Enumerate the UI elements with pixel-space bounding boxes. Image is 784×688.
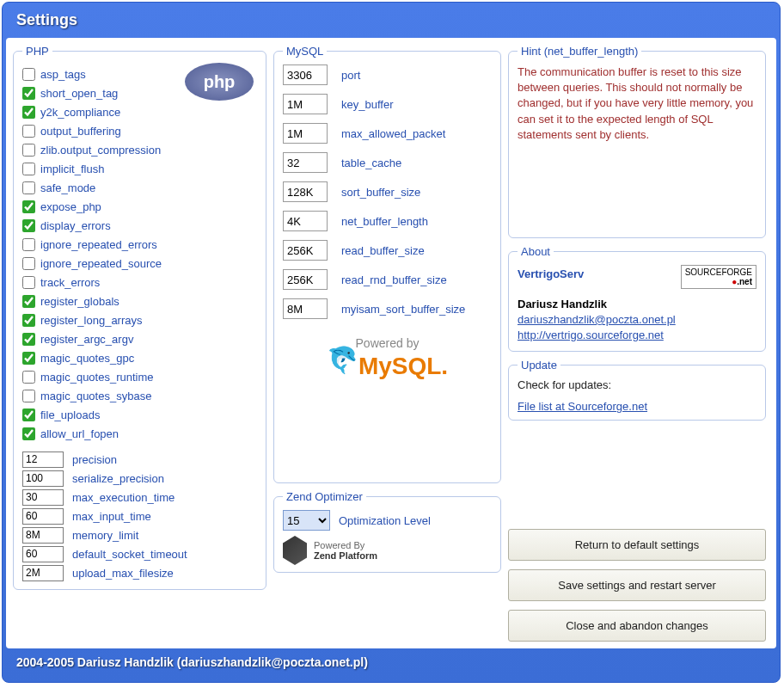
php-check-magic-quotes-sybase: magic_quotes_sybase bbox=[22, 386, 257, 405]
close-abandon-button[interactable]: Close and abandon changes bbox=[508, 610, 766, 642]
checkbox-ignore-repeated-errors[interactable] bbox=[22, 238, 35, 251]
label-table-cache: table_cache bbox=[341, 157, 401, 169]
checkbox-ignore-repeated-source[interactable] bbox=[22, 257, 35, 270]
checkbox-expose-php[interactable] bbox=[22, 200, 35, 213]
input-net-buffer-length[interactable] bbox=[283, 211, 328, 231]
php-check-ignore-repeated-source: ignore_repeated_source bbox=[22, 254, 257, 273]
label-port: port bbox=[341, 69, 360, 82]
save-restart-button[interactable]: Save settings and restart server bbox=[508, 569, 766, 601]
input-myisam-sort-buffer-size[interactable] bbox=[283, 298, 328, 319]
label-register-argc-argv: register_argc_argv bbox=[40, 333, 133, 346]
checkbox-register-globals[interactable] bbox=[22, 295, 35, 308]
zend-legend: Zend Optimizer bbox=[283, 490, 366, 503]
input-read-buffer-size[interactable] bbox=[283, 240, 328, 261]
checkbox-display-errors[interactable] bbox=[22, 219, 35, 232]
label-allow-url-fopen: allow_url_fopen bbox=[40, 427, 119, 440]
author-email-link[interactable]: dariuszhandzlik@poczta.onet.pl bbox=[518, 313, 676, 326]
php-check-register-long-arrays: register_long_arrays bbox=[22, 310, 257, 329]
label-magic-quotes-sybase: magic_quotes_sybase bbox=[40, 390, 151, 402]
label-upload-max-filesize: upload_max_filesize bbox=[72, 567, 174, 580]
about-legend: About bbox=[518, 245, 554, 258]
label-register-globals: register_globals bbox=[40, 295, 119, 308]
label-y2k-compliance: y2k_compliance bbox=[40, 106, 120, 119]
php-check-implicit-flush: implicit_flush bbox=[22, 159, 257, 178]
label-read-buffer-size: read_buffer_size bbox=[341, 244, 425, 257]
label-ignore-repeated-errors: ignore_repeated_errors bbox=[40, 238, 157, 251]
input-key-buffer[interactable] bbox=[283, 94, 328, 114]
php-text-precision: precision bbox=[22, 450, 257, 469]
project-url-link[interactable]: http://vertrigo.sourceforge.net bbox=[518, 329, 664, 341]
mysql-row-read-buffer-size: read_buffer_size bbox=[283, 240, 492, 261]
checkbox-y2k-compliance[interactable] bbox=[22, 106, 35, 119]
input-default-socket-timeout[interactable] bbox=[22, 546, 64, 562]
input-precision[interactable] bbox=[22, 452, 64, 468]
label-ignore-repeated-source: ignore_repeated_source bbox=[40, 257, 162, 270]
input-sort-buffer-size[interactable] bbox=[283, 181, 328, 202]
checkbox-magic-quotes-gpc[interactable] bbox=[22, 352, 35, 365]
label-display-errors: display_errors bbox=[40, 219, 111, 232]
label-precision: precision bbox=[72, 453, 117, 466]
checkbox-register-long-arrays[interactable] bbox=[22, 314, 35, 327]
php-text-max-input-time: max_input_time bbox=[22, 507, 257, 525]
mysql-logo-icon: Powered by 🐬MySQL. bbox=[283, 336, 492, 380]
php-check-output-buffering: output_buffering bbox=[22, 121, 257, 140]
checkbox-magic-quotes-sybase[interactable] bbox=[22, 390, 35, 402]
checkbox-short-open-tag[interactable] bbox=[22, 87, 35, 100]
optimization-level-label: Optimization Level bbox=[339, 514, 431, 527]
php-check-asp-tags: asp_tags bbox=[22, 64, 185, 83]
update-link[interactable]: File list at Sourceforge.net bbox=[518, 400, 647, 413]
checkbox-asp-tags[interactable] bbox=[22, 68, 35, 81]
input-memory-limit[interactable] bbox=[22, 527, 64, 544]
input-port[interactable] bbox=[283, 64, 328, 85]
label-expose-php: expose_php bbox=[40, 200, 101, 213]
input-table-cache[interactable] bbox=[283, 152, 328, 173]
label-short-open-tag: short_open_tag bbox=[40, 87, 118, 100]
php-check-track-errors: track_errors bbox=[22, 273, 257, 292]
input-max-allowed-packet[interactable] bbox=[283, 123, 328, 144]
checkbox-zlib-output-compression[interactable] bbox=[22, 144, 35, 157]
return-defaults-button[interactable]: Return to default settings bbox=[508, 529, 766, 561]
label-output-buffering: output_buffering bbox=[40, 125, 121, 138]
checkbox-magic-quotes-runtime[interactable] bbox=[22, 371, 35, 384]
input-max-input-time[interactable] bbox=[22, 508, 64, 525]
hint-legend: Hint (net_buffer_length) bbox=[518, 45, 641, 58]
php-text-max-execution-time: max_execution_time bbox=[22, 488, 257, 507]
mysql-row-key-buffer: key_buffer bbox=[283, 94, 492, 114]
mysql-row-port: port bbox=[283, 64, 492, 85]
checkbox-track-errors[interactable] bbox=[22, 276, 35, 289]
label-max-execution-time: max_execution_time bbox=[72, 491, 175, 504]
input-max-execution-time[interactable] bbox=[22, 489, 64, 506]
mysql-group: MySQL portkey_buffermax_allowed_packetta… bbox=[273, 45, 501, 483]
label-sort-buffer-size: sort_buffer_size bbox=[341, 186, 420, 199]
label-serialize-precision: serialize_precision bbox=[72, 472, 164, 485]
label-myisam-sort-buffer-size: myisam_sort_buffer_size bbox=[341, 303, 465, 316]
input-serialize-precision[interactable] bbox=[22, 470, 64, 487]
mysql-legend: MySQL bbox=[283, 45, 327, 58]
checkbox-output-buffering[interactable] bbox=[22, 125, 35, 138]
checkbox-safe-mode[interactable] bbox=[22, 181, 35, 194]
label-zlib-output-compression: zlib.output_compression bbox=[40, 144, 161, 157]
php-group: PHP php asp_tagsshort_open_tagy2k_compli… bbox=[13, 45, 266, 590]
php-check-magic-quotes-gpc: magic_quotes_gpc bbox=[22, 348, 257, 367]
input-upload-max-filesize[interactable] bbox=[22, 565, 64, 581]
mysql-row-table-cache: table_cache bbox=[283, 152, 492, 173]
update-group: Update Check for updates: File list at S… bbox=[508, 359, 766, 421]
mysql-row-sort-buffer-size: sort_buffer_size bbox=[283, 181, 492, 202]
php-check-register-globals: register_globals bbox=[22, 292, 257, 310]
about-group: About SOURCEFORGE ●.net VertrigoServ Dar… bbox=[508, 245, 766, 352]
label-key-buffer: key_buffer bbox=[341, 98, 393, 111]
checkbox-register-argc-argv[interactable] bbox=[22, 333, 35, 346]
php-check-magic-quotes-runtime: magic_quotes_runtime bbox=[22, 367, 257, 386]
optimization-level-select[interactable]: 15 bbox=[283, 510, 330, 531]
input-read-rnd-buffer-size[interactable] bbox=[283, 269, 328, 290]
php-text-serialize-precision: serialize_precision bbox=[22, 469, 257, 488]
checkbox-file-uploads[interactable] bbox=[22, 408, 35, 421]
update-label: Check for updates: bbox=[518, 378, 756, 391]
label-max-allowed-packet: max_allowed_packet bbox=[341, 127, 445, 140]
checkbox-implicit-flush[interactable] bbox=[22, 163, 35, 175]
checkbox-allow-url-fopen[interactable] bbox=[22, 427, 35, 440]
label-safe-mode: safe_mode bbox=[40, 181, 95, 194]
mysql-row-myisam-sort-buffer-size: myisam_sort_buffer_size bbox=[283, 298, 492, 319]
php-check-y2k-compliance: y2k_compliance bbox=[22, 102, 257, 121]
update-legend: Update bbox=[518, 359, 560, 372]
